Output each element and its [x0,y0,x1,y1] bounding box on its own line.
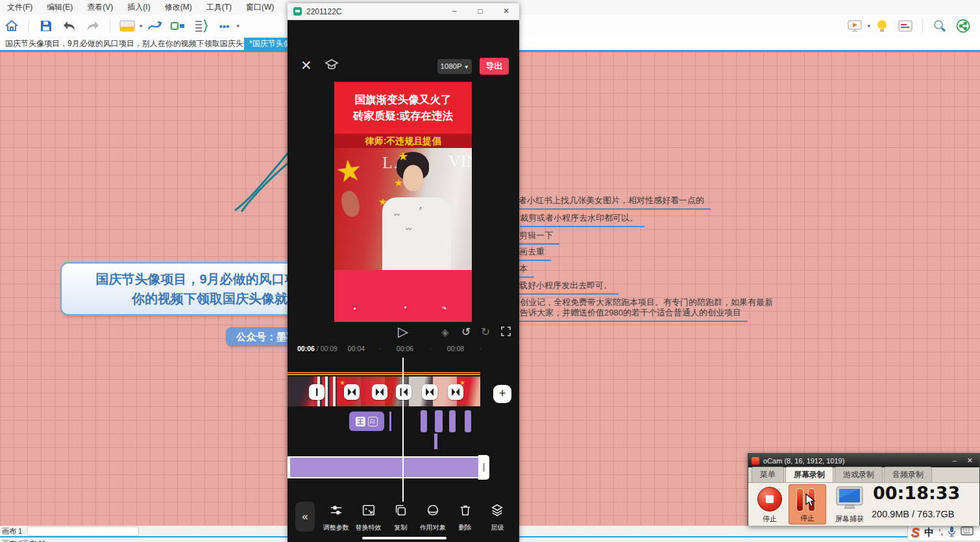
transition-button[interactable] [344,384,360,400]
tab-document-1[interactable]: 国庆节头像项目，9月必做的风口项目，别人在你的视频下领取国庆头像就能挣钱 [0,38,244,50]
save-icon[interactable] [36,17,56,35]
copy-icon [393,503,408,520]
ocam-tab-inactive[interactable]: 游戏录制 [835,467,883,482]
editor-tool-layers[interactable]: 层级 [481,499,513,536]
editor-tool-label: 调整参数 [323,523,349,532]
statusbar-text: 画布 ('画布 1') [2,539,46,542]
ocam-tab-inactive[interactable]: 音频录制 [884,467,932,482]
maximize-button[interactable]: □ [467,3,493,19]
text-clip[interactable]: 王 白 [349,412,384,431]
sticker-clip[interactable] [421,410,427,432]
menu-item[interactable]: 查看(V) [80,0,120,14]
ocam-tab-inactive[interactable]: 菜单 [752,467,784,482]
ruler-dot: · [479,345,482,352]
add-clip-button[interactable]: + [493,385,511,403]
search-icon[interactable] [930,17,949,35]
sticker-clip[interactable] [435,410,443,432]
close-project-icon[interactable]: ✕ [300,58,312,73]
annotation-text: 画去重 [519,246,551,261]
undo-icon[interactable] [60,17,79,35]
ime-punct-toggle[interactable]: ’, [938,528,943,537]
fullscreen-icon[interactable] [501,326,511,339]
menu-item[interactable]: 工具(T) [199,0,239,14]
toolbar-back-button[interactable]: « [295,502,315,532]
more-icon[interactable]: ••• [215,17,234,35]
resolution-button[interactable]: 1080P ▼ [437,59,472,74]
phone-window-titlebar[interactable]: 2201122C – □ ✕ [288,3,519,20]
playhead[interactable] [402,358,404,502]
close-button[interactable]: ✕ [493,3,519,19]
ime-mode-toggle[interactable]: 中 [924,526,934,539]
editor-tool-sliders[interactable]: 调整参数 [320,499,352,536]
sogou-logo-icon[interactable]: S [911,525,920,540]
relationship-icon[interactable] [145,17,164,35]
divider [29,19,29,33]
keyframe-icon[interactable]: ◈ [441,326,449,338]
menu-item[interactable]: 修改(M) [158,0,199,14]
style-icon[interactable] [117,17,137,35]
microphone-icon[interactable] [948,526,956,539]
transition-button[interactable] [372,384,387,400]
play-button[interactable]: ▷ [398,324,408,339]
lightbulb-icon[interactable] [872,17,892,35]
sliders-icon [329,503,343,520]
editor-tool-target-object[interactable]: 作用对象 [417,499,449,536]
ocam-app-icon [752,457,759,465]
audio-trim-handle-left[interactable] [288,456,290,478]
sticker-clip[interactable] [434,434,437,449]
minimize-button[interactable]: – [953,456,957,465]
presentation-icon[interactable] [845,17,864,35]
undo-icon[interactable]: ↺ [461,325,471,339]
home-icon[interactable] [2,17,21,35]
transition-button[interactable] [309,384,325,400]
menu-item[interactable]: 编辑(E) [40,0,80,14]
tutorial-icon[interactable] [324,58,339,75]
editor-tool-copy[interactable]: 复制 [384,499,417,536]
minimize-button[interactable]: – [441,3,467,19]
flag-star-icon: ★ [334,151,365,190]
chevron-down-icon[interactable]: ▾ [140,23,143,29]
menu-item[interactable]: 插入(I) [120,0,157,14]
video-headline: 国旗渐变头像又火了 砖家质疑:或存在违法 [334,82,472,134]
divider [110,19,110,33]
transition-button[interactable] [448,384,463,400]
sticker-clip[interactable] [449,410,456,432]
sticker-clip[interactable] [465,410,471,432]
chevron-down-icon[interactable]: ▾ [237,23,240,29]
menu-item[interactable]: 窗口(W) [239,0,281,14]
transition-button[interactable] [422,384,437,400]
stop-button[interactable] [757,487,782,511]
share-icon[interactable] [953,17,973,35]
screen-capture-button[interactable] [833,486,866,511]
notes-icon[interactable] [896,17,915,35]
audio-clip[interactable] [288,456,480,478]
ocam-titlebar[interactable]: oCam (8, 16, 1912, 1019) – ✕ [748,454,979,467]
close-button[interactable]: ✕ [967,456,973,465]
layers-icon [490,503,504,520]
ocam-tab-active[interactable]: 屏幕录制 [785,467,833,482]
keyboard-icon[interactable] [961,526,974,538]
summary-icon[interactable] [168,17,188,35]
outline-icon[interactable] [191,17,211,35]
editor-tool-replace-effect[interactable]: 替换特效 [352,499,385,536]
menu-item[interactable]: 文件(F) [0,0,40,14]
ruler-tick: 00:08 [447,345,464,352]
audio-trim-handle-right[interactable] [478,455,489,480]
editor-tool-trash[interactable]: 删除 [449,499,482,536]
video-preview[interactable]: 国旗渐变头像又火了 砖家质疑:或存在违法 律师:不违规且提倡 LA VIN 〰 … [334,82,472,322]
export-button[interactable]: 导出 [480,58,509,75]
text-style-icon: 白 [368,417,378,426]
sticker-clip[interactable] [389,412,391,431]
chevron-down-icon[interactable]: ▾ [867,23,870,29]
capture-label: 屏幕捕获 [830,514,869,524]
canvas-tab[interactable]: 画布 1 [2,526,22,536]
screen: 文件(F)编辑(E)查看(V)插入(I)修改(M)工具(T)窗口(W)帮助(H)… [0,0,980,542]
flag-star-icon: ★ [398,149,408,164]
redo-icon[interactable] [83,17,103,35]
home-indicator[interactable] [362,537,447,539]
person-hand [339,189,362,218]
redo-icon[interactable]: ↻ [481,325,490,339]
transition-button[interactable] [396,384,411,400]
ruler-tick: 00:06 [397,345,413,352]
flag-star-icon: ★ [378,196,387,208]
